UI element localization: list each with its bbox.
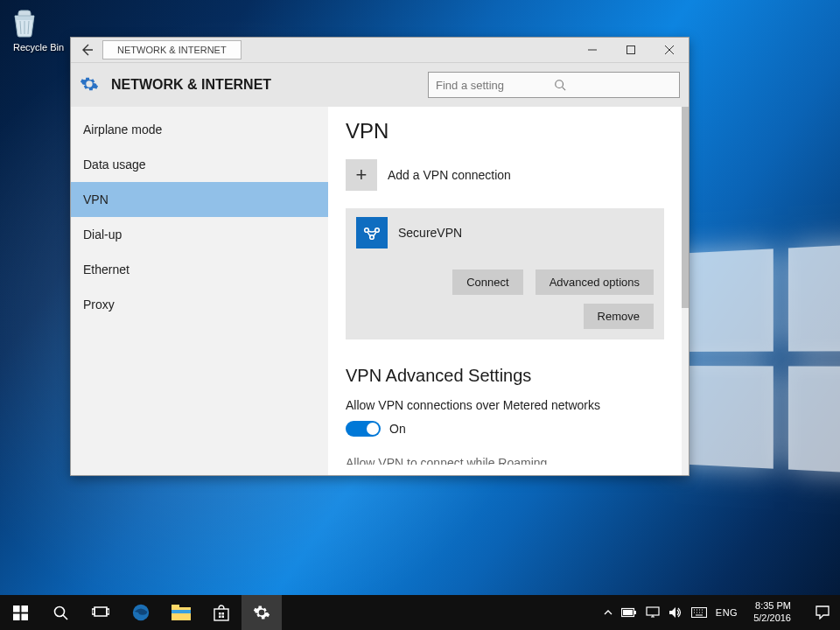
advanced-options-button[interactable]: Advanced options bbox=[536, 270, 654, 295]
connect-button[interactable]: Connect bbox=[452, 270, 522, 295]
add-vpn-connection[interactable]: + Add a VPN connection bbox=[346, 159, 664, 191]
roaming-label-partial: Allow VPN to connect while Roaming bbox=[346, 456, 664, 465]
maximize-button[interactable] bbox=[612, 38, 650, 62]
system-tray: ENG 8:35 PM 5/2/2016 bbox=[597, 595, 840, 630]
svg-point-2 bbox=[365, 228, 369, 233]
sidebar-item-ethernet[interactable]: Ethernet bbox=[71, 252, 328, 287]
svg-rect-18 bbox=[219, 612, 221, 615]
start-button[interactable] bbox=[0, 595, 40, 630]
svg-rect-25 bbox=[647, 607, 659, 615]
svg-rect-0 bbox=[627, 46, 635, 54]
vpn-entry[interactable]: SecureVPN Connect Advanced options Remov… bbox=[346, 208, 664, 340]
section-heading-vpn: VPN bbox=[346, 119, 664, 144]
gear-icon bbox=[80, 74, 101, 95]
close-button[interactable] bbox=[650, 38, 689, 62]
taskbar-file-explorer[interactable] bbox=[161, 595, 201, 630]
search-button[interactable] bbox=[40, 595, 80, 630]
subheader: NETWORK & INTERNET Find a setting bbox=[71, 63, 689, 107]
svg-point-1 bbox=[556, 80, 564, 88]
metered-label: Allow VPN connections over Metered netwo… bbox=[346, 398, 664, 412]
svg-rect-10 bbox=[94, 607, 107, 616]
back-button[interactable] bbox=[71, 38, 102, 62]
search-icon bbox=[554, 79, 672, 91]
tray-battery-icon[interactable] bbox=[621, 607, 637, 618]
recycle-bin[interactable]: Recycle Bin bbox=[7, 5, 70, 52]
sidebar: Airplane mode Data usage VPN Dial-up Eth… bbox=[71, 107, 328, 475]
svg-rect-20 bbox=[219, 616, 221, 619]
metered-toggle[interactable] bbox=[346, 421, 381, 437]
svg-rect-17 bbox=[214, 609, 228, 620]
svg-rect-16 bbox=[172, 610, 191, 613]
scrollbar[interactable] bbox=[682, 107, 689, 475]
tray-date: 5/2/2016 bbox=[753, 612, 791, 625]
tray-volume-icon[interactable] bbox=[668, 606, 682, 619]
vpn-name: SecureVPN bbox=[398, 226, 462, 240]
tray-clock[interactable]: 8:35 PM 5/2/2016 bbox=[746, 600, 798, 625]
sidebar-item-proxy[interactable]: Proxy bbox=[71, 287, 328, 322]
vpn-icon bbox=[356, 217, 388, 248]
svg-rect-7 bbox=[13, 613, 20, 620]
search-placeholder: Find a setting bbox=[436, 79, 554, 92]
svg-rect-23 bbox=[634, 611, 636, 614]
search-input[interactable]: Find a setting bbox=[428, 72, 680, 98]
recycle-bin-label: Recycle Bin bbox=[13, 42, 64, 52]
taskbar-settings[interactable] bbox=[242, 595, 282, 630]
svg-rect-12 bbox=[107, 609, 109, 614]
window-tab-title: NETWORK & INTERNET bbox=[102, 40, 242, 60]
svg-rect-5 bbox=[13, 606, 20, 612]
section-heading-advanced: VPN Advanced Settings bbox=[346, 366, 664, 386]
sidebar-item-vpn[interactable]: VPN bbox=[71, 182, 328, 217]
svg-rect-14 bbox=[172, 607, 191, 620]
tray-action-center[interactable] bbox=[807, 606, 838, 620]
task-view-button[interactable] bbox=[80, 595, 121, 630]
page-title: NETWORK & INTERNET bbox=[111, 77, 417, 93]
tray-time: 8:35 PM bbox=[753, 600, 791, 612]
svg-rect-19 bbox=[222, 612, 225, 615]
svg-rect-24 bbox=[623, 610, 633, 615]
sidebar-item-dial-up[interactable]: Dial-up bbox=[71, 217, 328, 252]
svg-point-3 bbox=[375, 228, 380, 233]
wallpaper-windows-logo bbox=[674, 242, 840, 475]
sidebar-item-airplane-mode[interactable]: Airplane mode bbox=[71, 112, 328, 147]
remove-button[interactable]: Remove bbox=[584, 304, 654, 329]
tray-network-icon[interactable] bbox=[646, 606, 660, 619]
svg-rect-6 bbox=[21, 606, 28, 612]
desktop-wallpaper: Recycle Bin NETWORK & INTERNET bbox=[0, 0, 840, 595]
add-vpn-label: Add a VPN connection bbox=[388, 168, 511, 182]
settings-window: NETWORK & INTERNET NETWORK & INTERNET Fi… bbox=[70, 37, 690, 476]
tray-chevron-up-icon[interactable] bbox=[604, 608, 612, 617]
titlebar: NETWORK & INTERNET bbox=[71, 38, 689, 63]
plus-icon: + bbox=[346, 159, 377, 191]
taskbar-store[interactable] bbox=[201, 595, 242, 630]
main-content: VPN + Add a VPN connection bbox=[328, 107, 682, 475]
svg-rect-11 bbox=[92, 609, 94, 614]
taskbar-edge[interactable] bbox=[121, 595, 161, 630]
svg-rect-8 bbox=[21, 613, 28, 620]
minimize-button[interactable] bbox=[573, 38, 612, 62]
sidebar-item-data-usage[interactable]: Data usage bbox=[71, 147, 328, 182]
svg-rect-21 bbox=[222, 616, 225, 619]
taskbar: ENG 8:35 PM 5/2/2016 bbox=[0, 595, 840, 630]
svg-rect-15 bbox=[172, 605, 179, 609]
tray-language[interactable]: ENG bbox=[716, 607, 738, 618]
svg-point-9 bbox=[55, 607, 65, 617]
scrollbar-thumb[interactable] bbox=[682, 107, 689, 308]
metered-toggle-state: On bbox=[389, 422, 406, 436]
tray-keyboard-icon[interactable] bbox=[691, 607, 707, 618]
recycle-bin-icon bbox=[7, 5, 70, 40]
